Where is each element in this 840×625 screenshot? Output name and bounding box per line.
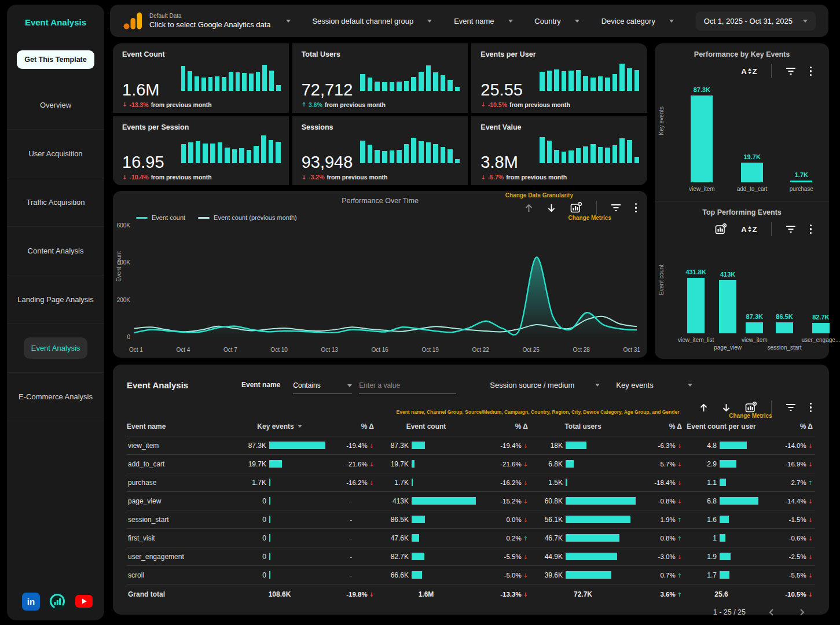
- filter-operator-select[interactable]: Contains: [293, 381, 352, 394]
- filter-icon[interactable]: [786, 403, 796, 411]
- change-metrics-icon[interactable]: [714, 223, 727, 236]
- metric-bar-track: [412, 553, 476, 560]
- table-row-view-item[interactable]: view_item87.3K-19.4%↓87.3K-19.4%↓18K-6.3…: [127, 436, 815, 455]
- metric-cell: 44.9K: [530, 553, 636, 561]
- sidebar-item-landing-page-analysis[interactable]: Landing Page Analysis: [7, 275, 104, 324]
- spark-bar: [188, 71, 192, 90]
- change-metrics-control[interactable]: Change Metrics: [744, 401, 757, 414]
- bar-purchase[interactable]: 1.7Kpurchase: [790, 171, 813, 194]
- delta-cell: 0.0%↓: [476, 516, 530, 523]
- bar-view-item[interactable]: 87.3Kview_item: [742, 313, 767, 345]
- metric-bar: [269, 516, 270, 523]
- bar-user-engage[interactable]: 82.7Kuser_engage...: [801, 314, 840, 345]
- spark-bar: [218, 142, 223, 163]
- col-total-users[interactable]: Total users: [530, 422, 636, 431]
- delta-value: -5.7%: [658, 461, 676, 468]
- change-metrics-icon[interactable]: [570, 201, 582, 214]
- divider: [771, 222, 772, 236]
- filter-device-category[interactable]: Device category: [601, 17, 674, 25]
- key-events-filter[interactable]: Key events: [616, 381, 692, 389]
- more-options-icon[interactable]: [810, 67, 812, 76]
- data-source-selector[interactable]: Default Data Click to select Google Anal…: [123, 12, 291, 30]
- bar-add-to-cart[interactable]: 19.7Kadd_to_cart: [737, 153, 768, 194]
- delta-cell: -5.7%↓: [636, 461, 684, 468]
- spark-bar: [619, 64, 625, 91]
- delta-cell: -16.9%↓: [758, 461, 815, 468]
- sidebar-item-event-analysis[interactable]: Event Analysis: [7, 324, 104, 373]
- col-event-count[interactable]: Event count: [376, 422, 476, 431]
- more-options-icon[interactable]: [810, 225, 812, 234]
- sidebar-item-user-acquisition[interactable]: User Acquisition: [7, 130, 104, 178]
- table-row-page-view[interactable]: page_view0-413K-15.2%↓60.8K-0.8%↓6.8-14.…: [127, 492, 815, 510]
- next-page-button[interactable]: [798, 608, 806, 616]
- timeseries-plot[interactable]: [134, 226, 637, 337]
- change-metrics-icon[interactable]: [744, 401, 757, 414]
- filter-session-default-channel-group[interactable]: Session default channel group: [312, 17, 432, 25]
- sidebar-item-traffic-acquisition[interactable]: Traffic Acquisition: [7, 178, 104, 227]
- table-row-purchase[interactable]: purchase1.7K-16.2%↓1.7K-16.2%↓1.5K-18.4%…: [127, 473, 815, 492]
- drill-down-icon[interactable]: [722, 403, 731, 413]
- metric-bar: [412, 460, 415, 468]
- bar-page-view[interactable]: 413Kpage_view: [714, 271, 742, 345]
- col-delta-4[interactable]: % Δ: [758, 422, 815, 431]
- table-row-add-to-cart[interactable]: add_to_cart19.7K-21.6%↓19.7K-21.6%↓6.8K-…: [127, 455, 815, 473]
- metric-value: 25.6: [684, 590, 758, 598]
- prev-page-button[interactable]: [768, 608, 776, 616]
- col-event-name[interactable]: Event name: [127, 422, 234, 431]
- change-date-granularity-label[interactable]: Change Date Granularity: [505, 192, 573, 198]
- col-delta-3[interactable]: % Δ: [636, 422, 684, 431]
- delta-value: 0.7%: [660, 572, 675, 579]
- sort-az-icon[interactable]: AZ: [741, 68, 757, 75]
- metric-cell: 19.7K: [376, 460, 476, 468]
- filter-icon[interactable]: [786, 67, 796, 75]
- drill-up-icon[interactable]: [699, 403, 708, 413]
- sidebar-item-content-analysis[interactable]: Content Analysis: [7, 227, 104, 275]
- sidebar-item-overview[interactable]: Overview: [7, 81, 104, 130]
- table-row-first-visit[interactable]: first_visit0-47.6K0.2%↑46.7K0.8%↑1-0.6%↓: [127, 529, 815, 547]
- bar-view-item-list[interactable]: 431.8Kview_item_list: [678, 269, 714, 345]
- drill-up-icon[interactable]: [524, 203, 533, 213]
- col-key-events[interactable]: Key events: [234, 422, 325, 431]
- col-delta-2[interactable]: % Δ: [476, 422, 530, 431]
- drill-down-icon[interactable]: [547, 203, 556, 213]
- bar-session-start[interactable]: 86.5Ksession_start: [768, 313, 802, 345]
- linkedin-icon[interactable]: in: [22, 593, 40, 611]
- get-template-button[interactable]: Get This Template: [17, 50, 94, 69]
- youtube-icon[interactable]: [75, 593, 93, 611]
- metric-cell: 1.6: [684, 516, 758, 524]
- session-source-medium-filter[interactable]: Session source / medium: [490, 381, 600, 389]
- delta-value: -0.8%: [658, 498, 676, 505]
- sidebar-item-e-commerce-analysis[interactable]: E-Commerce Analysis: [7, 373, 104, 421]
- kpi-grid: Event Count1.6M↓-13.3%from previous mont…: [113, 43, 647, 185]
- filter-icon[interactable]: [786, 225, 796, 233]
- col-event-count-per-user[interactable]: Event count per user: [684, 422, 758, 431]
- metric-bar-track: [720, 571, 758, 579]
- kpi-card-total-users: Total Users72,712↑3.6%from previous mont…: [292, 43, 468, 113]
- brand-logo-icon[interactable]: [47, 591, 67, 611]
- metric-cell: 0: [234, 516, 325, 524]
- spark-bar: [276, 85, 281, 91]
- bar-view-item[interactable]: 87.3Kview_item: [689, 86, 714, 194]
- metric-bar-track: [412, 497, 476, 505]
- col-delta-1[interactable]: % Δ: [325, 422, 376, 431]
- table-row-user-engagement[interactable]: user_engagement0-82.7K-5.5%↓44.9K-3.0%↓1…: [127, 547, 815, 566]
- delta-arrow-icon: ↓: [369, 591, 374, 598]
- delta-arrow-icon: ↓: [523, 498, 528, 505]
- more-options-icon[interactable]: [635, 203, 637, 213]
- filter-value-input[interactable]: [359, 381, 456, 394]
- filter-icon[interactable]: [611, 204, 621, 212]
- delta-value: -3.0%: [658, 553, 676, 560]
- metric-bar: [412, 534, 419, 542]
- sort-az-icon[interactable]: AZ: [741, 226, 757, 233]
- spark-bar: [390, 150, 395, 163]
- table-row-scroll[interactable]: scroll0-66.6K-5.0%↓39.6K0.7%↑1.7-5.5%↓: [127, 566, 815, 584]
- change-metrics-label[interactable]: Change Metrics: [568, 215, 611, 221]
- metric-cell: 1: [684, 534, 758, 542]
- filter-event-name[interactable]: Event name: [454, 17, 512, 25]
- more-options-icon[interactable]: [810, 403, 812, 413]
- metric-bar-track: [566, 442, 636, 449]
- filter-country[interactable]: Country: [534, 17, 579, 25]
- date-range-control[interactable]: Oct 1, 2025 - Oct 31, 2025: [696, 12, 816, 31]
- table-row-session-start[interactable]: session_start0-86.5K0.0%↓56.1K1.9%↑1.6-1…: [127, 510, 815, 529]
- delta-arrow-icon: ↓: [369, 443, 374, 449]
